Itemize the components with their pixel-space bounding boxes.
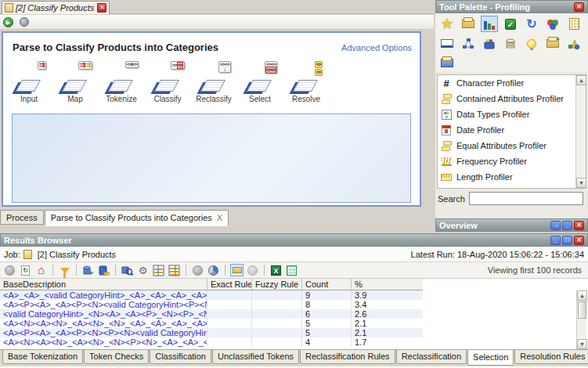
- column-header-basedescription[interactable]: BaseDescription: [0, 279, 207, 290]
- character-profiler-icon: #: [441, 78, 452, 88]
- remove-book-icon[interactable]: [97, 264, 110, 276]
- step-reclassify[interactable]: <><>↓ Reclassify: [196, 61, 232, 103]
- viewing-records-label: Viewing first 100 records: [488, 265, 585, 275]
- excel-export-icon[interactable]: X: [269, 264, 283, 276]
- advanced-options-link[interactable]: Advanced Options: [341, 43, 412, 52]
- list-item-equal-attributes-profiler[interactable]: Equal Attributes Profiler: [438, 138, 586, 153]
- pie-chart-icon[interactable]: [207, 264, 220, 276]
- close-icon[interactable]: ✕: [574, 2, 584, 12]
- table-row[interactable]: <A><N><A><N>_<A><N>_<N><P><N>_<A>_<A>_<.…: [0, 337, 423, 347]
- scroll-down-icon[interactable]: ▼: [576, 178, 586, 188]
- minimize-icon[interactable]: _: [562, 221, 572, 230]
- grid-export-icon[interactable]: [285, 264, 298, 276]
- validate-check-icon[interactable]: ✓: [502, 16, 519, 32]
- insight-bulb-icon[interactable]: [523, 35, 540, 52]
- step-select[interactable]: <><><><> Select: [242, 61, 278, 103]
- tab-unclassified-tokens[interactable]: Unclassified Tokens: [212, 350, 299, 364]
- refresh-globe-icon[interactable]: [20, 17, 29, 27]
- tab-selection[interactable]: Selection: [467, 350, 514, 366]
- book-icon: [247, 80, 272, 92]
- tool-palette-title: Tool Palette - Profiling: [439, 2, 572, 12]
- refresh-loop-icon[interactable]: ↻: [523, 16, 540, 32]
- network-icon[interactable]: [460, 35, 477, 52]
- column-header-count[interactable]: Count: [302, 279, 352, 290]
- save-grid-alt-icon[interactable]: [168, 264, 181, 276]
- close-tab-icon[interactable]: ✕: [97, 3, 106, 13]
- results-browser-panel: Results Browser _ □ ✕ Job: [2] Classify …: [0, 233, 588, 368]
- tab-parse-to-classify[interactable]: Parse to Classify Products into Categori…: [45, 210, 229, 226]
- list-item-character-profiler[interactable]: # Character Profiler: [438, 75, 586, 91]
- tab-process[interactable]: Process: [0, 210, 44, 225]
- run-job-icon[interactable]: ▶: [3, 17, 13, 27]
- step-map[interactable]: ⇉⇉ Map: [57, 61, 93, 103]
- minimize-icon[interactable]: _: [550, 236, 561, 245]
- filter-icon[interactable]: [58, 264, 71, 276]
- list-item-date-profiler[interactable]: 8 Date Profiler: [438, 122, 586, 138]
- database-icon[interactable]: [502, 35, 519, 52]
- scrollbar-thumb[interactable]: [578, 301, 586, 319]
- close-icon[interactable]: ✕: [574, 221, 584, 230]
- close-tab-icon[interactable]: X: [217, 213, 222, 222]
- tab-resolution-rules[interactable]: Resolution Rules: [514, 350, 588, 364]
- list-item-data-types-profiler[interactable]: a9? Data Types Profiler: [438, 106, 586, 122]
- panel-toggle-icon[interactable]: [230, 264, 243, 276]
- table-row[interactable]: <A><N><A><N>_<A><N>_<N>_<A>_<A>_<A>_<A>.…: [0, 319, 423, 328]
- scroll-down-icon[interactable]: ▼: [577, 339, 587, 349]
- pin-icon[interactable]: →: [550, 221, 561, 230]
- step-resolve[interactable]: <><> Resolve: [288, 61, 324, 103]
- latest-run-label: Latest Run: 18-Aug-2020 15:06:22 - 15:06…: [411, 250, 584, 259]
- close-icon[interactable]: ✕: [574, 236, 584, 245]
- job-icon: [5, 3, 13, 13]
- scroll-up-icon[interactable]: ▲: [576, 75, 586, 85]
- list-item-length-profiler[interactable]: Length Profiler: [438, 169, 586, 185]
- calculator-icon[interactable]: [565, 16, 583, 32]
- profiler-list-scrollbar[interactable]: ▲ ▼: [575, 75, 586, 188]
- process-canvas[interactable]: [12, 114, 411, 203]
- tab-base-tokenization[interactable]: Base Tokenization: [2, 350, 83, 364]
- table-row[interactable]: <valid CategoryHint>_<N><A>_<A><P>_<N><P…: [0, 309, 423, 319]
- refresh-document-icon[interactable]: ↻: [19, 264, 32, 276]
- column-header-exact-rule[interactable]: Exact Rule: [207, 279, 252, 290]
- back-icon: [3, 264, 16, 276]
- book-icon: [200, 80, 225, 92]
- svg-text:+: +: [89, 269, 93, 276]
- import-package-icon[interactable]: [438, 55, 456, 71]
- column-header-percent[interactable]: %: [352, 279, 405, 290]
- export-package-icon[interactable]: [544, 35, 561, 52]
- shapes-icon[interactable]: [565, 35, 583, 52]
- home-icon[interactable]: ⌂: [34, 264, 48, 276]
- find-rules-icon[interactable]: ⚙: [136, 264, 150, 276]
- search-input[interactable]: [469, 192, 583, 205]
- step-tokenize[interactable]: <>|<> Tokenize: [103, 61, 139, 103]
- results-browser-header: Results Browser _ □ ✕: [0, 233, 588, 247]
- table-row[interactable]: <A>_<A>_<valid CategoryHint>_<A>_<A>_<A>…: [0, 290, 423, 300]
- chart-disabled-icon: [191, 264, 204, 276]
- list-item-contained-attributes-profiler[interactable]: Contained Attributes Profiler: [438, 91, 586, 106]
- document-tab-classify-products[interactable]: [2] Classify Products ✕: [2, 1, 110, 14]
- input-step-icon: ⇉: [12, 61, 46, 94]
- tab-classification[interactable]: Classification: [150, 350, 211, 364]
- profiler-chart-icon[interactable]: [481, 16, 498, 32]
- report-book-icon[interactable]: [438, 35, 456, 52]
- document-tab-label: [2] Classify Products: [16, 3, 94, 13]
- search-label: Search: [438, 194, 465, 204]
- star-icon[interactable]: ★: [438, 16, 456, 32]
- scroll-up-icon[interactable]: ▲: [577, 290, 587, 301]
- step-classify[interactable]: <><> Classify: [150, 61, 186, 103]
- toolbox-icon[interactable]: [481, 35, 498, 52]
- tab-reclassification[interactable]: Reclassification: [396, 350, 467, 364]
- find-database-icon[interactable]: [121, 264, 134, 276]
- save-grid-icon[interactable]: [152, 264, 165, 276]
- new-package-icon[interactable]: [460, 16, 477, 32]
- add-database-icon[interactable]: +: [81, 264, 95, 276]
- color-circles-icon[interactable]: [544, 16, 561, 32]
- table-row[interactable]: <A><P><A>_<A><P><N><P><N><valid Category…: [0, 328, 423, 337]
- table-row[interactable]: <A><P><A>_<A><P><N><valid CategoryHint><…: [0, 300, 423, 309]
- step-input[interactable]: ⇉ Input: [11, 61, 47, 103]
- table-scrollbar[interactable]: ▲ ▼: [576, 290, 586, 349]
- maximize-icon[interactable]: □: [562, 236, 572, 245]
- tab-token-checks[interactable]: Token Checks: [84, 350, 149, 364]
- tab-reclassification-rules[interactable]: Reclassification Rules: [300, 350, 395, 364]
- column-header-fuzzy-rule[interactable]: Fuzzy Rule: [252, 279, 302, 290]
- list-item-frequency-profiler[interactable]: Frequency Profiler: [438, 153, 586, 169]
